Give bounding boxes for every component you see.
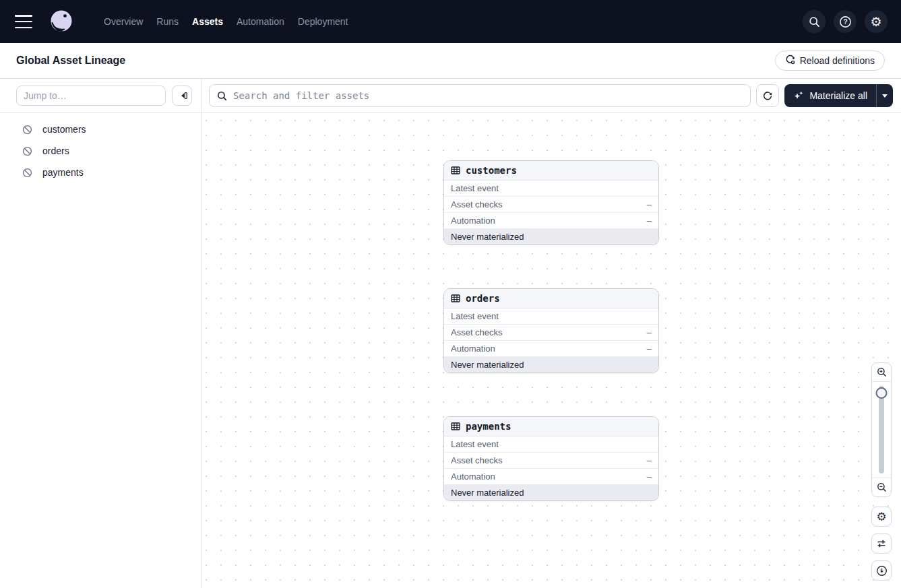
code-location-reload-icon [785,55,795,67]
zoom-slider[interactable] [872,382,891,478]
node-row-latest-event: Latest event [444,181,658,197]
reload-definitions-button[interactable]: Reload definitions [775,51,885,71]
nav-item-runs[interactable]: Runs [155,13,180,30]
node-status: Never materialized [444,229,658,244]
zoom-out-button[interactable] [872,478,891,496]
nav-item-overview[interactable]: Overview [102,13,144,30]
menu-icon[interactable] [15,15,32,28]
zoom-out-icon [877,482,887,492]
lineage-main: Materialize all customers Latest event [202,79,901,588]
row-value: – [647,455,652,465]
row-value: – [647,327,652,337]
asset-name: orders [42,145,69,156]
asset-search-box[interactable] [209,84,751,107]
nav-right-icons: ? ⚙ [803,10,888,33]
svg-text:?: ? [843,18,847,26]
never-materialized-icon [22,168,32,178]
materialize-all-label: Materialize all [809,90,867,101]
zoom-in-icon [877,367,887,377]
node-status: Never materialized [444,357,658,372]
asset-node-payments[interactable]: payments Latest event Asset checks – Aut… [443,416,659,501]
table-icon [451,294,460,303]
row-value: – [647,471,652,482]
gear-icon: ⚙ [876,511,886,523]
dagster-logo-icon[interactable] [49,9,74,34]
node-status: Never materialized [444,485,658,500]
node-row-latest-event: Latest event [444,436,658,453]
collapse-sidebar-button[interactable] [172,86,192,106]
asset-sidebar: customers orders payments [0,79,202,588]
table-icon [451,422,460,431]
sidebar-toolbar [0,79,201,113]
materialize-all-button-group: Materialize all [784,84,893,107]
asset-node-title: customers [466,165,517,176]
materialize-dropdown-button[interactable] [877,84,893,107]
asset-name: customers [42,124,86,135]
asset-list: customers orders payments [0,113,201,183]
sidebar-item-orders[interactable]: orders [0,140,201,162]
nav-item-automation[interactable]: Automation [235,13,286,30]
never-materialized-icon [22,146,32,156]
sliders-icon [876,538,887,549]
node-row-automation: Automation – [444,469,658,485]
nav-item-deployment[interactable]: Deployment [297,13,350,30]
collapse-panel-icon [177,91,187,100]
jump-to-input[interactable] [16,86,166,106]
table-icon [451,166,460,175]
asset-search-input[interactable] [233,90,743,101]
asset-node-customers[interactable]: customers Latest event Asset checks – Au… [443,160,659,245]
settings-gear-icon[interactable]: ⚙ [865,10,888,33]
refresh-button[interactable] [756,84,779,107]
node-row-asset-checks: Asset checks – [444,453,658,469]
node-row-automation: Automation – [444,213,658,229]
lineage-canvas[interactable]: customers Latest event Asset checks – Au… [202,113,901,588]
row-label: Latest event [451,311,499,321]
node-row-asset-checks: Asset checks – [444,197,658,213]
canvas-controls: ⚙ [871,362,892,581]
row-label: Automation [451,216,495,226]
page-title: Global Asset Lineage [16,55,125,67]
search-icon[interactable] [803,10,826,33]
graph-filters-button[interactable] [871,533,892,554]
node-header[interactable]: orders [444,289,658,308]
node-header[interactable]: customers [444,161,658,181]
node-row-asset-checks: Asset checks – [444,325,658,341]
download-circle-icon [876,565,888,577]
search-icon [217,91,227,101]
zoom-slider-track[interactable] [879,386,884,473]
row-label: Asset checks [451,199,503,209]
download-view-button[interactable] [871,560,892,581]
materialize-all-button[interactable]: Materialize all [784,84,876,107]
asset-node-orders[interactable]: orders Latest event Asset checks – Autom… [443,288,659,373]
graph-settings-button[interactable]: ⚙ [871,507,892,527]
zoom-slider-thumb[interactable] [876,387,888,399]
row-value: – [647,216,652,226]
row-label: Latest event [451,439,499,449]
chevron-down-icon [882,94,888,98]
row-value: – [647,199,652,209]
asset-node-title: orders [466,293,500,304]
sidebar-item-customers[interactable]: customers [0,119,201,140]
row-label: Latest event [451,183,499,193]
nav-item-assets[interactable]: Assets [191,13,224,30]
help-icon[interactable]: ? [834,10,857,33]
asset-node-title: payments [466,421,511,432]
nav-links: Overview Runs Assets Automation Deployme… [102,13,350,30]
node-row-automation: Automation – [444,341,658,357]
asset-name: payments [42,167,84,178]
node-row-latest-event: Latest event [444,308,658,325]
sidebar-item-payments[interactable]: payments [0,162,201,183]
zoom-control-group [871,362,892,497]
refresh-icon [762,90,773,101]
reload-definitions-label: Reload definitions [800,55,875,66]
row-label: Asset checks [451,455,503,465]
row-label: Asset checks [451,327,503,337]
node-header[interactable]: payments [444,417,658,436]
page-header: Global Asset Lineage Reload definitions [0,43,901,79]
workspace: customers orders payments [0,79,901,588]
sparkles-icon [793,90,804,101]
row-label: Automation [451,471,495,482]
row-label: Automation [451,344,495,354]
zoom-in-button[interactable] [872,363,891,382]
top-nav: Overview Runs Assets Automation Deployme… [0,0,901,43]
